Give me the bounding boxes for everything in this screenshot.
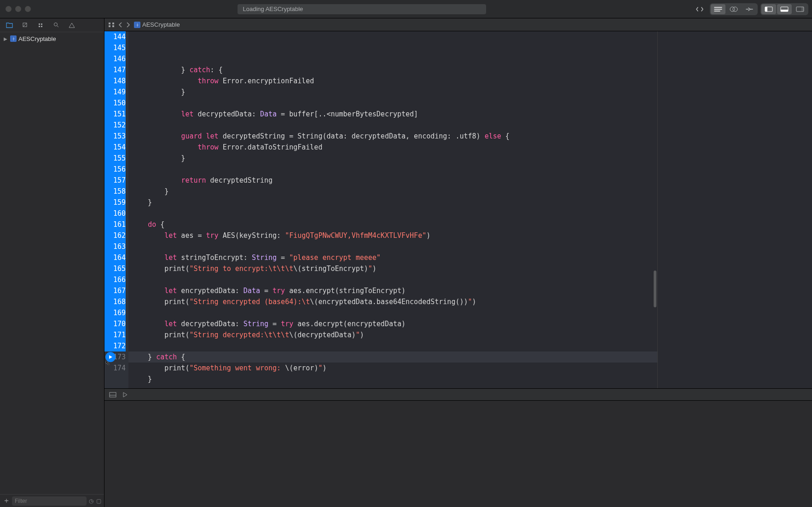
code-line[interactable]: } (131, 86, 657, 98)
line-number[interactable]: 165 (104, 263, 126, 274)
debug-console[interactable] (104, 400, 812, 507)
go-back-icon[interactable] (118, 22, 122, 28)
code-line[interactable] (131, 307, 657, 318)
line-number[interactable]: 162 (104, 230, 126, 241)
code-line[interactable]: let stringToEncrypt: String = "please en… (131, 252, 657, 263)
code-line[interactable] (131, 120, 657, 131)
zoom-window-button[interactable] (25, 6, 31, 12)
add-button[interactable]: ＋ (3, 496, 10, 506)
line-number[interactable]: 147 (104, 64, 126, 75)
scm-filter-icon[interactable]: ▢ (96, 498, 101, 504)
line-number[interactable]: 148 (104, 75, 126, 86)
navigator-filter-input[interactable] (12, 496, 87, 506)
main-area: ▶ ⟊ AESCryptable ＋ ◷ ▢ ⟊ AESCr (0, 18, 812, 507)
line-number[interactable]: 154 (104, 142, 126, 153)
close-window-button[interactable] (6, 6, 12, 12)
toggle-debug-area-icon[interactable] (109, 392, 116, 398)
code-line[interactable]: let aes = try AES(keyString: "FiugQTgPNw… (131, 230, 657, 241)
jump-bar[interactable]: ⟊ AESCryptable (104, 18, 812, 31)
toggle-left-panel-icon[interactable] (761, 4, 776, 14)
find-navigator-icon[interactable] (52, 22, 60, 29)
code-line[interactable]: } catch { (131, 351, 657, 363)
code-line[interactable]: let decryptedData: Data = buffer[..<numb… (131, 109, 657, 120)
project-navigator-icon[interactable] (6, 22, 13, 29)
line-number[interactable]: 152 (104, 120, 126, 131)
svg-rect-16 (109, 25, 110, 27)
code-line[interactable]: print("String decrypted:\t\t\t\(decrypte… (131, 329, 657, 340)
disclosure-triangle-icon[interactable]: ▶ (4, 36, 8, 41)
code-line[interactable]: } (131, 153, 657, 164)
code-line[interactable]: } (131, 374, 657, 385)
source-text[interactable]: } catch: { throw Error.encryptionFailed … (128, 31, 657, 388)
code-line[interactable] (131, 385, 657, 388)
code-snippet-library-icon[interactable] (692, 4, 707, 14)
svg-rect-18 (110, 392, 116, 397)
code-line[interactable] (131, 164, 657, 175)
code-line[interactable]: guard let decryptedString = String(data:… (131, 131, 657, 142)
line-number[interactable]: 160 (104, 208, 126, 219)
jump-bar-item[interactable]: ⟊ AESCryptable (134, 21, 180, 28)
code-line[interactable]: print("String encrypted (base64):\t\(enc… (131, 296, 657, 307)
svg-rect-14 (109, 23, 110, 24)
project-tree[interactable]: ▶ ⟊ AESCryptable (0, 32, 104, 494)
code-line[interactable]: let decryptedData: String = try aes.decr… (131, 318, 657, 329)
line-number[interactable]: 170 (104, 318, 126, 329)
issue-navigator-icon[interactable] (68, 22, 75, 29)
line-number[interactable]: 153 (104, 131, 126, 142)
line-number[interactable]: 158 (104, 186, 126, 197)
minimize-window-button[interactable] (15, 6, 21, 12)
source-control-navigator-icon[interactable] (21, 22, 29, 29)
line-number[interactable]: 171 (104, 329, 126, 340)
code-line[interactable]: } (131, 197, 657, 208)
code-line[interactable] (131, 241, 657, 252)
execute-playground-icon[interactable] (123, 392, 128, 398)
code-line[interactable]: } catch: { (131, 64, 657, 75)
line-number[interactable]: 149 (104, 86, 126, 98)
line-number[interactable]: 163 (104, 241, 126, 252)
code-editor[interactable]: 1441451461471481491501511521531541551561… (104, 31, 812, 388)
line-number[interactable]: 151 (104, 109, 126, 120)
code-line[interactable]: print("Something went wrong: \(error)") (131, 363, 657, 374)
code-line[interactable]: throw Error.dataToStringFailed (131, 142, 657, 153)
editor-only-button[interactable] (711, 4, 725, 14)
line-number[interactable]: 144 (104, 31, 126, 42)
code-line[interactable] (131, 208, 657, 219)
code-line[interactable] (131, 274, 657, 285)
toggle-bottom-panel-icon[interactable] (777, 4, 792, 14)
line-number[interactable]: 145 (104, 42, 126, 53)
code-line[interactable]: return decryptedString (131, 175, 657, 186)
go-forward-icon[interactable] (126, 22, 130, 28)
code-line[interactable]: print("String to encrypt:\t\t\t\(stringT… (131, 263, 657, 274)
line-number[interactable]: 150 (104, 98, 126, 109)
activity-status[interactable]: Loading AESCryptable (238, 4, 486, 14)
line-number[interactable]: 168 (104, 296, 126, 307)
line-number[interactable]: 146 (104, 53, 126, 64)
line-number[interactable]: 172 (104, 340, 126, 351)
toggle-right-panel-icon[interactable] (793, 4, 807, 14)
line-number[interactable]: 157 (104, 175, 126, 186)
playground-results-sidebar[interactable] (657, 31, 812, 388)
line-number[interactable]: 159 (104, 197, 126, 208)
version-editor-icon[interactable] (742, 4, 757, 14)
symbol-navigator-icon[interactable] (37, 22, 44, 29)
code-line[interactable]: do { (131, 219, 657, 230)
code-line[interactable]: let encryptedData: Data = try aes.encryp… (131, 285, 657, 296)
tree-item-root[interactable]: ▶ ⟊ AESCryptable (0, 34, 104, 43)
line-number[interactable]: 161 (104, 219, 126, 230)
code-line[interactable]: } (131, 186, 657, 197)
line-number[interactable]: 155 (104, 153, 126, 164)
svg-rect-12 (41, 26, 42, 27)
line-number[interactable]: 166 (104, 274, 126, 285)
line-number[interactable]: 164 (104, 252, 126, 263)
assistant-editor-icon[interactable] (726, 4, 741, 14)
line-gutter[interactable]: 1441451461471481491501511521531541551561… (104, 31, 128, 388)
code-line[interactable]: throw Error.encryptionFailed (131, 75, 657, 86)
code-line[interactable] (131, 340, 657, 351)
code-line[interactable] (131, 98, 657, 109)
line-number[interactable]: 156 (104, 164, 126, 175)
line-number[interactable]: 167 (104, 285, 126, 296)
line-number[interactable]: 169 (104, 307, 126, 318)
svg-rect-11 (39, 26, 40, 27)
recent-filter-icon[interactable]: ◷ (88, 498, 94, 504)
related-items-icon[interactable] (108, 22, 115, 28)
